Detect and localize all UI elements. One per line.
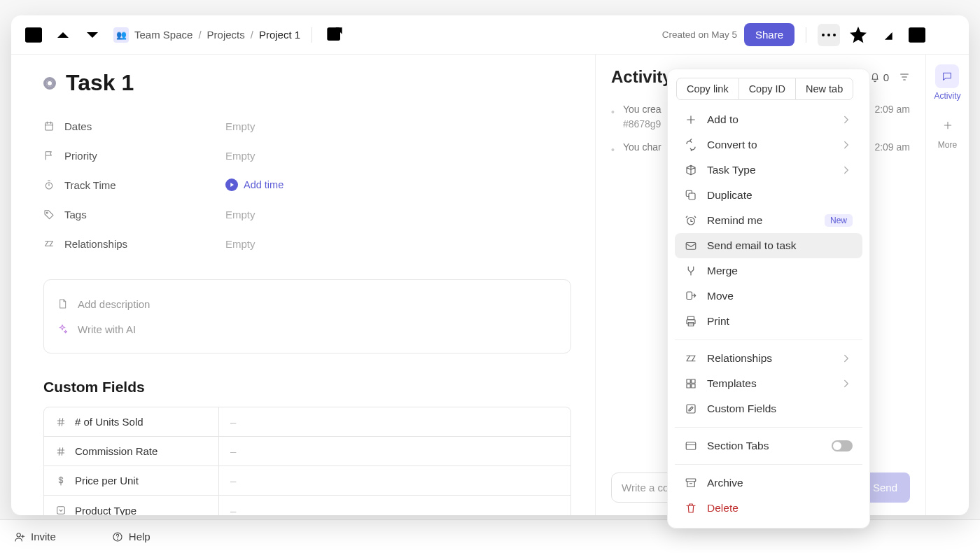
rail-item-more[interactable]: More <box>936 113 960 150</box>
help-button[interactable]: Help <box>112 531 150 542</box>
context-menu: Copy link Copy ID New tab Add to Convert… <box>667 69 870 528</box>
cf-row-units-sold[interactable]: # of Units Sold – <box>44 407 570 437</box>
relationships-icon <box>685 352 697 365</box>
invite-button[interactable]: Invite <box>14 531 56 542</box>
field-dates[interactable]: Dates Empty <box>43 111 571 141</box>
menu-divider <box>675 340 862 340</box>
document-icon <box>57 298 68 309</box>
ctx-task-type[interactable]: Task Type <box>675 158 862 183</box>
bell-icon <box>869 71 881 83</box>
ctx-copy-id[interactable]: Copy ID <box>739 78 795 100</box>
more-menu-icon[interactable] <box>818 24 840 46</box>
ctx-move[interactable]: Move <box>675 284 862 309</box>
stopwatch-icon <box>43 179 55 190</box>
field-priority[interactable]: Priority Empty <box>43 141 571 170</box>
cf-name: # of Units Sold <box>75 416 144 428</box>
ctx-duplicate[interactable]: Duplicate <box>675 183 862 208</box>
notifications-button[interactable]: 0 <box>869 71 889 83</box>
cube-icon <box>685 164 697 176</box>
open-new-icon[interactable] <box>323 24 346 46</box>
section-tabs-toggle[interactable] <box>832 440 853 451</box>
collapse-panel-icon[interactable] <box>906 24 928 46</box>
sidebar-toggle-icon[interactable] <box>22 24 45 46</box>
breadcrumb-sep: / <box>198 29 201 41</box>
activity-text: You crea <box>623 104 662 115</box>
activity-text: You char <box>623 140 662 158</box>
hash-icon <box>55 416 66 428</box>
ctx-convert-to[interactable]: Convert to <box>675 132 862 158</box>
prev-task-icon[interactable] <box>52 24 74 46</box>
write-with-ai-button[interactable]: Write with AI <box>57 316 558 342</box>
cf-value[interactable]: – <box>219 496 570 515</box>
add-icon[interactable] <box>353 24 375 46</box>
move-icon <box>685 290 697 302</box>
download-icon[interactable] <box>876 24 899 46</box>
breadcrumb-projects[interactable]: Projects <box>207 29 245 41</box>
modal-topbar: 👥 Team Space / Projects / Project 1 Crea… <box>11 15 969 55</box>
ctx-delete[interactable]: Delete <box>675 496 862 521</box>
field-label: Tags <box>64 209 87 220</box>
svg-rect-18 <box>688 316 694 320</box>
add-description-button[interactable]: Add description <box>57 291 558 316</box>
ctx-remind-me[interactable]: Remind meNew <box>675 208 862 233</box>
ctx-relationships[interactable]: Relationships <box>675 346 862 371</box>
cf-name: Product Type <box>75 505 136 516</box>
field-relationships[interactable]: Relationships Empty <box>43 229 571 258</box>
svg-point-11 <box>46 212 48 214</box>
ctx-templates[interactable]: Templates <box>675 371 862 396</box>
plus-icon <box>685 113 697 126</box>
svg-rect-27 <box>686 479 696 482</box>
activity-time: 2:09 am <box>874 140 910 158</box>
cf-value[interactable]: – <box>219 437 570 465</box>
cf-row-price-per-unit[interactable]: Price per Unit – <box>44 466 570 496</box>
next-task-icon[interactable] <box>81 24 104 46</box>
status-icon[interactable] <box>43 77 56 90</box>
ctx-custom-fields[interactable]: Custom Fields <box>675 396 862 421</box>
field-track-time[interactable]: Track Time Add time <box>43 170 571 200</box>
svg-rect-22 <box>692 379 695 383</box>
cf-row-commission-rate[interactable]: Commission Rate – <box>44 437 570 466</box>
filter-icon[interactable] <box>899 71 910 83</box>
field-value: Empty <box>225 120 255 132</box>
cf-value[interactable]: – <box>219 407 570 436</box>
star-icon[interactable] <box>847 24 869 46</box>
templates-icon <box>685 377 697 390</box>
breadcrumb-space[interactable]: Team Space <box>134 29 192 41</box>
chevron-right-icon <box>840 377 853 390</box>
cf-row-product-type[interactable]: Product Type – <box>44 496 570 515</box>
divider <box>312 27 312 43</box>
user-plus-icon <box>14 531 25 542</box>
rail-label: Activity <box>934 91 960 101</box>
chevron-right-icon <box>840 164 853 176</box>
svg-rect-9 <box>46 122 53 130</box>
ctx-add-to[interactable]: Add to <box>675 107 862 132</box>
task-title[interactable]: Task 1 <box>66 70 134 96</box>
breadcrumb: 👥 Team Space / Projects / Project 1 <box>113 27 300 43</box>
svg-point-6 <box>827 34 830 36</box>
breadcrumb-project[interactable]: Project 1 <box>259 29 300 41</box>
activity-time: 2:09 am <box>874 102 910 132</box>
field-tags[interactable]: Tags Empty <box>43 200 571 229</box>
add-time-label: Add time <box>244 179 284 190</box>
ctx-print[interactable]: Print <box>675 309 862 334</box>
svg-point-2 <box>118 539 118 540</box>
svg-rect-17 <box>687 292 692 300</box>
ctx-merge[interactable]: Merge <box>675 258 862 284</box>
ctx-section-tabs[interactable]: Section Tabs <box>675 433 862 458</box>
field-label: Dates <box>64 120 92 132</box>
rail-item-activity[interactable]: Activity <box>934 64 960 101</box>
share-button[interactable]: Share <box>744 23 794 46</box>
cf-value[interactable]: – <box>219 466 570 495</box>
close-icon[interactable] <box>935 24 958 46</box>
ctx-new-tab[interactable]: New tab <box>795 78 853 100</box>
ctx-archive[interactable]: Archive <box>675 470 862 496</box>
dollar-icon <box>55 475 66 486</box>
ctx-copy-link[interactable]: Copy link <box>676 78 739 100</box>
ctx-send-email[interactable]: Send email to task <box>675 233 862 258</box>
field-label: Relationships <box>64 238 127 250</box>
add-time-button[interactable]: Add time <box>225 178 284 191</box>
field-value: Empty <box>225 209 255 220</box>
task-fields: Dates Empty Priority Empty Track Time Ad… <box>43 111 571 258</box>
menu-divider <box>675 464 862 465</box>
svg-rect-21 <box>687 379 690 383</box>
